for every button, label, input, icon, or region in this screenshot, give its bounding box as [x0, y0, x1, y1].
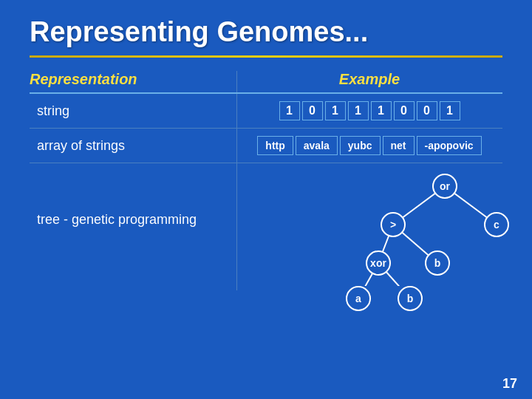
- bit-cell: 1: [348, 101, 369, 120]
- tree-node-b2: b: [425, 250, 450, 276]
- string-cell: http: [257, 136, 293, 155]
- gold-divider: [30, 55, 502, 58]
- tree-node-or: or: [432, 174, 457, 199]
- bit-cell: 1: [440, 101, 460, 120]
- title: Representing Genomes...: [0, 0, 532, 55]
- tree-node-b: b: [398, 286, 423, 311]
- row-tree: tree - genetic programming or>cxorbab: [30, 163, 502, 290]
- bit-cell: 1: [279, 101, 300, 120]
- vertical-divider: [236, 71, 237, 92]
- bit-cell: 1: [325, 101, 346, 120]
- table-container: Representation Example string 10111001 a…: [30, 71, 502, 290]
- tree-node-a: a: [346, 286, 371, 311]
- string-cell: avala: [296, 136, 338, 155]
- string-label: string: [37, 103, 69, 118]
- string-cell: yubc: [340, 136, 381, 155]
- row-string: string 10111001: [30, 94, 502, 129]
- array-strings-label: array of strings: [37, 138, 125, 153]
- header-representation: Representation: [30, 71, 137, 87]
- tree-node-xor: xor: [366, 250, 391, 276]
- page-number: 17: [502, 376, 517, 392]
- vertical-divider-3: [236, 129, 237, 163]
- bit-cell: 0: [302, 101, 323, 120]
- vertical-divider-2: [236, 94, 237, 128]
- row-array-strings: array of strings httpavalayubcnet-apopov…: [30, 129, 502, 163]
- string-cell: -apopovic: [417, 136, 482, 155]
- table-header: Representation Example: [30, 71, 502, 94]
- tree-node-c: c: [484, 212, 509, 237]
- tree-node-gt: >: [381, 212, 406, 237]
- header-example: Example: [339, 71, 400, 87]
- bit-cell: 0: [417, 101, 437, 120]
- bit-cell: 1: [371, 101, 392, 120]
- string-cell: net: [383, 136, 415, 155]
- bit-cell: 0: [394, 101, 415, 120]
- tree-label-text: tree - genetic programming: [37, 212, 197, 227]
